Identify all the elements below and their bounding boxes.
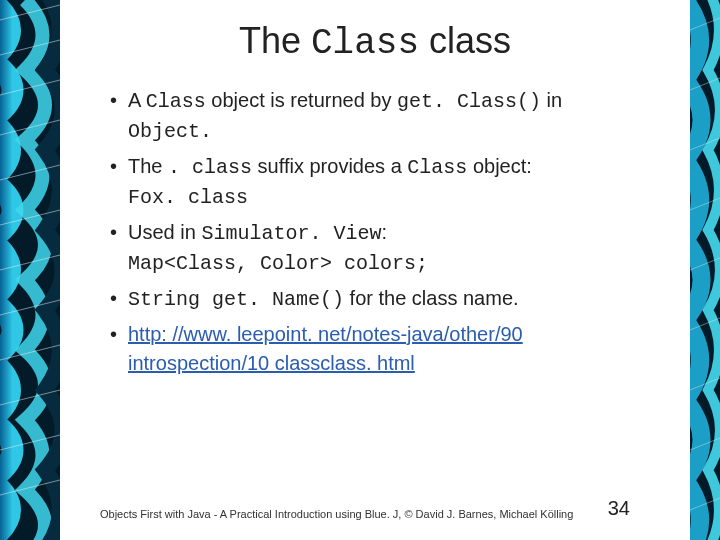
slide-content: The Class class A Class object is return…	[60, 0, 690, 540]
reference-link[interactable]: http: //www. leepoint. net/notes-java/ot…	[128, 323, 523, 374]
slide-footer: Objects First with Java - A Practical In…	[100, 497, 630, 520]
bullet-code-line: Object.	[128, 120, 212, 143]
page-number: 34	[608, 497, 630, 520]
slide-title: The Class class	[90, 20, 660, 64]
bullet-text: String get. Name() for the class name.	[128, 287, 519, 309]
bullet-item: http: //www. leepoint. net/notes-java/ot…	[110, 320, 660, 378]
bullet-text: Used in Simulator. View:	[128, 221, 387, 243]
bullet-text: A Class object is returned by get. Class…	[128, 89, 562, 111]
bullet-code-line: Map<Class, Color> colors;	[128, 252, 428, 275]
footer-text: Objects First with Java - A Practical In…	[100, 508, 573, 520]
background-left-stripe	[0, 0, 60, 540]
title-code: Class	[311, 23, 419, 64]
bullet-item: The . class suffix provides a Class obje…	[110, 152, 660, 212]
bullet-code-line: Fox. class	[128, 186, 248, 209]
slide: The Class class A Class object is return…	[0, 0, 720, 540]
bullet-item: String get. Name() for the class name.	[110, 284, 660, 314]
title-suffix: class	[419, 20, 511, 61]
feather-pattern-right	[690, 0, 720, 540]
feather-pattern-left	[0, 0, 60, 540]
bullet-list: A Class object is returned by get. Class…	[90, 86, 660, 378]
background-right-stripe	[690, 0, 720, 540]
bullet-item: Used in Simulator. View: Map<Class, Colo…	[110, 218, 660, 278]
title-prefix: The	[239, 20, 311, 61]
bullet-item: A Class object is returned by get. Class…	[110, 86, 660, 146]
bullet-text: The . class suffix provides a Class obje…	[128, 155, 532, 177]
